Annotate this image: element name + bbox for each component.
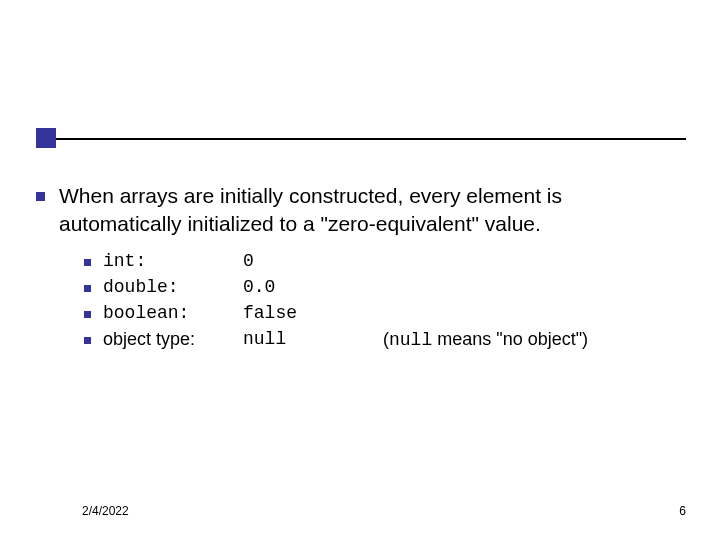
note-suffix: means "no object") <box>432 329 588 349</box>
type-label: boolean: <box>103 303 243 323</box>
header-rule <box>36 138 686 140</box>
square-bullet-icon <box>84 285 91 292</box>
content-area: When arrays are initially constructed, e… <box>36 182 686 356</box>
list-item: int: 0 <box>84 251 686 271</box>
type-label: double: <box>103 277 243 297</box>
note-code: null <box>389 330 432 350</box>
square-bullet-icon <box>84 337 91 344</box>
square-bullet-icon <box>36 192 45 201</box>
header-accent-square <box>36 128 56 148</box>
default-value: 0 <box>243 251 383 271</box>
sub-list: int: 0 double: 0.0 boolean: false object… <box>84 251 686 350</box>
default-value: 0.0 <box>243 277 383 297</box>
list-item: double: 0.0 <box>84 277 686 297</box>
footer-date: 2/4/2022 <box>82 504 129 518</box>
page-number: 6 <box>679 504 686 518</box>
list-item: object type: null (null means "no object… <box>84 329 686 350</box>
slide: When arrays are initially constructed, e… <box>0 0 720 540</box>
bullet-level1: When arrays are initially constructed, e… <box>36 182 686 239</box>
main-text: When arrays are initially constructed, e… <box>59 182 686 239</box>
type-label: object type: <box>103 329 243 350</box>
default-value: false <box>243 303 383 323</box>
default-value: null <box>243 329 383 349</box>
note: (null means "no object") <box>383 329 588 350</box>
square-bullet-icon <box>84 259 91 266</box>
type-label: int: <box>103 251 243 271</box>
list-item: boolean: false <box>84 303 686 323</box>
square-bullet-icon <box>84 311 91 318</box>
